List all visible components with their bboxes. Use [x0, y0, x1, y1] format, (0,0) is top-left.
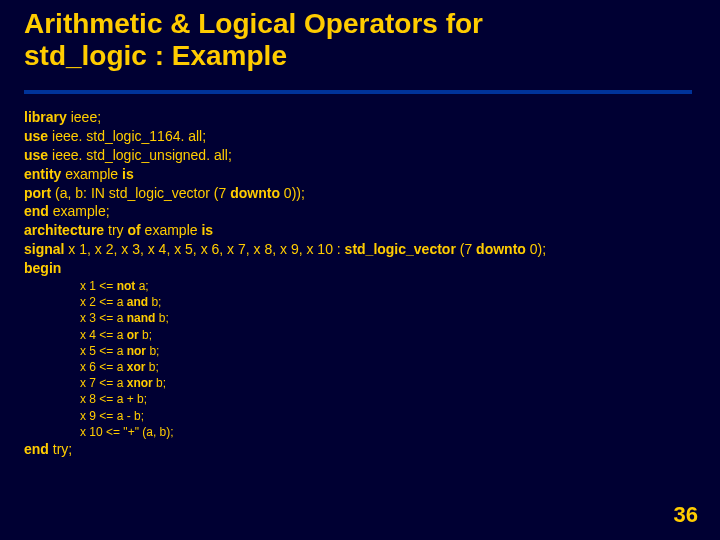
txt: try; — [49, 441, 72, 457]
kw-downto: downto — [476, 241, 526, 257]
txt: 0); — [526, 241, 546, 257]
txt: try — [104, 222, 127, 238]
code-line-8: signal x 1, x 2, x 3, x 4, x 5, x 6, x 7… — [24, 240, 696, 259]
code-line-6: end example; — [24, 202, 696, 221]
code-sub-block: x 1 <= not a; x 2 <= a and b; x 3 <= a n… — [80, 278, 696, 440]
txt: b; — [139, 328, 152, 342]
txt: ieee. std_logic_1164. all; — [48, 128, 206, 144]
kw-is: is — [122, 166, 134, 182]
txt: b; — [148, 295, 161, 309]
txt: 0)); — [280, 185, 305, 201]
kw-nand: nand — [127, 311, 156, 325]
code-line-7: architecture try of example is — [24, 221, 696, 240]
kw-is: is — [201, 222, 213, 238]
txt: a; — [135, 279, 148, 293]
txt: ieee; — [67, 109, 101, 125]
txt: x 10 <= "+" (a, b); — [80, 425, 174, 439]
txt: x 8 <= a + b; — [80, 392, 147, 406]
txt: b; — [145, 360, 158, 374]
slide-title: Arithmetic & Logical Operators for std_l… — [24, 8, 696, 72]
code-block: library ieee; use ieee. std_logic_1164. … — [24, 108, 696, 459]
kw-port: port — [24, 185, 51, 201]
kw-xnor: xnor — [127, 376, 153, 390]
kw-and: and — [127, 295, 148, 309]
code-sub-1: x 1 <= not a; — [80, 278, 696, 294]
txt: example — [61, 166, 122, 182]
kw-end: end — [24, 441, 49, 457]
txt: b; — [155, 311, 168, 325]
title-underline — [24, 90, 692, 94]
kw-use: use — [24, 128, 48, 144]
code-line-2: use ieee. std_logic_1164. all; — [24, 127, 696, 146]
title-line-1: Arithmetic & Logical Operators for — [24, 8, 483, 39]
kw-architecture: architecture — [24, 222, 104, 238]
txt: x 3 <= a — [80, 311, 127, 325]
kw-begin: begin — [24, 260, 61, 276]
code-sub-5: x 5 <= a nor b; — [80, 343, 696, 359]
kw-use: use — [24, 147, 48, 163]
title-line-2: std_logic : Example — [24, 40, 287, 71]
code-line-1: library ieee; — [24, 108, 696, 127]
slide: Arithmetic & Logical Operators for std_l… — [0, 0, 720, 540]
code-line-10: end try; — [24, 440, 696, 459]
code-sub-8: x 8 <= a + b; — [80, 391, 696, 407]
txt: b; — [153, 376, 166, 390]
kw-end: end — [24, 203, 49, 219]
kw-downto: downto — [230, 185, 280, 201]
txt: (7 — [456, 241, 476, 257]
kw-library: library — [24, 109, 67, 125]
txt: x 5 <= a — [80, 344, 127, 358]
kw-nor: nor — [127, 344, 146, 358]
txt: x 6 <= a — [80, 360, 127, 374]
code-line-9: begin — [24, 259, 696, 278]
code-sub-4: x 4 <= a or b; — [80, 327, 696, 343]
txt: x 4 <= a — [80, 328, 127, 342]
code-sub-6: x 6 <= a xor b; — [80, 359, 696, 375]
code-line-3: use ieee. std_logic_unsigned. all; — [24, 146, 696, 165]
code-sub-10: x 10 <= "+" (a, b); — [80, 424, 696, 440]
txt: ieee. std_logic_unsigned. all; — [48, 147, 232, 163]
txt: (a, b: IN std_logic_vector (7 — [51, 185, 230, 201]
txt: x 2 <= a — [80, 295, 127, 309]
txt: example — [141, 222, 202, 238]
txt: b; — [146, 344, 159, 358]
page-number: 36 — [674, 502, 698, 528]
kw-stdlogicvector: std_logic_vector — [345, 241, 456, 257]
txt: x 7 <= a — [80, 376, 127, 390]
kw-entity: entity — [24, 166, 61, 182]
txt: x 1 <= — [80, 279, 117, 293]
code-sub-9: x 9 <= a - b; — [80, 408, 696, 424]
kw-signal: signal — [24, 241, 64, 257]
code-sub-2: x 2 <= a and b; — [80, 294, 696, 310]
kw-not: not — [117, 279, 136, 293]
code-line-4: entity example is — [24, 165, 696, 184]
kw-xor: xor — [127, 360, 146, 374]
code-line-5: port (a, b: IN std_logic_vector (7 downt… — [24, 184, 696, 203]
txt: x 1, x 2, x 3, x 4, x 5, x 6, x 7, x 8, … — [64, 241, 344, 257]
kw-or: or — [127, 328, 139, 342]
txt: example; — [49, 203, 110, 219]
code-sub-7: x 7 <= a xnor b; — [80, 375, 696, 391]
code-sub-3: x 3 <= a nand b; — [80, 310, 696, 326]
txt: x 9 <= a - b; — [80, 409, 144, 423]
kw-of: of — [128, 222, 141, 238]
